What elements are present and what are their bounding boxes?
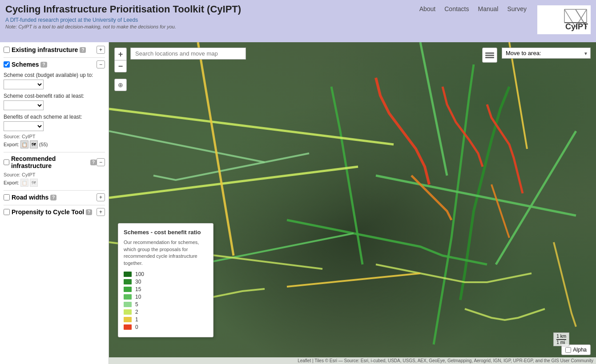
propensity-cycle-label: Propensity to Cycle Tool [12,208,84,216]
legend-color-swatch [124,272,132,277]
schemes-export-csv[interactable]: 📋 [20,140,28,148]
legend-value-label: 100 [135,271,144,277]
header: Cycling Infrastructure Prioritisation To… [0,0,596,42]
map-scale: 1 km 1 mi [553,332,569,346]
road-widths-help[interactable]: ? [50,195,56,200]
legend-item: 15 [124,286,208,292]
recommended-export-csv: 📋 [20,179,28,187]
zoom-out-button[interactable]: − [114,60,127,72]
schemes-source: Source: CyIPT [4,134,105,139]
legend-value-label: 5 [135,301,138,308]
app-note: Note: CyIPT is a tool to aid decision-ma… [5,24,241,29]
legend-color-swatch [124,309,132,315]
schemes-export-bar: Export: 📋 🗺 (55) [4,140,105,148]
alpha-checkbox[interactable] [565,347,571,353]
nav-survey[interactable]: Survey [507,5,527,12]
legend-color-swatch [124,317,132,322]
header-left: Cycling Infrastructure Prioritisation To… [5,4,241,29]
legend-item: 100 [124,271,208,277]
legend-popup: Schemes - cost benefit ratio Our recomme… [118,223,213,337]
legend-item: 0 [124,324,208,330]
search-bar [130,48,246,60]
schemes-export-geojson[interactable]: 🗺 [30,140,38,148]
recommended-infrastructure-help[interactable]: ? [90,160,97,165]
recommended-infrastructure-label: Recommended infrastructure [11,155,89,169]
propensity-cycle-checkbox[interactable] [4,209,10,215]
recommended-infrastructure-toggle[interactable]: − [97,158,105,166]
legend-value-label: 2 [135,309,138,315]
existing-infrastructure-label: Existing infrastructure [12,46,78,53]
recommended-export-label: Export: [4,180,19,185]
schemes-export-count: (55) [39,142,48,147]
locate-button[interactable]: ⊕ [114,79,127,91]
scale-mi: 1 mi [556,340,566,345]
zoom-controls: + − [114,48,127,72]
legend-color-swatch [124,287,132,292]
legend-color-swatch [124,294,132,300]
search-input[interactable] [130,48,246,60]
map-attribution: Leaflet | Tiles © Esri — Source: Esri, i… [109,357,596,364]
legend-value-label: 10 [135,294,141,300]
move-to-select[interactable]: Move to area: Leeds Manchester Birmingha… [502,48,591,59]
layers-button[interactable] [482,48,497,63]
road-widths-checkbox[interactable] [4,194,10,200]
schemes-export-label: Export: [4,142,19,147]
legend-value-label: 30 [135,279,141,285]
legend-description: Our recommendation for schemes, which gr… [124,239,208,267]
legend-color-swatch [124,324,132,330]
road-widths-label: Road widths [12,194,48,201]
svg-rect-9 [485,57,494,58]
scheme-benefits-select[interactable]: 1000 5000 [4,121,44,131]
road-widths-toggle[interactable]: + [97,193,105,201]
legend-title: Schemes - cost benefit ratio [124,229,208,236]
nav-about[interactable]: About [419,5,436,12]
zoom-in-button[interactable]: + [114,48,127,60]
scheme-cbr-select[interactable]: 1 2 5 [4,100,44,110]
schemes-help[interactable]: ? [40,62,47,68]
scheme-cost-label: Scheme cost (budget available) up to: [4,72,105,78]
divider-2 [4,152,105,152]
alpha-label: Alpha [573,347,587,353]
existing-infrastructure-toggle[interactable]: + [97,46,105,54]
recommended-export-geojson: 🗺 [30,179,38,187]
scheme-cost-select[interactable]: £100k £500k £1m [4,80,44,89]
schemes-checkbox[interactable] [4,61,10,68]
app-title: Cycling Infrastructure Prioritisation To… [5,4,241,15]
attribution-text: Leaflet | Tiles © Esri — Source: Esri, i… [298,358,593,363]
propensity-cycle-toggle[interactable]: + [97,208,105,216]
section-recommended-infrastructure: Recommended infrastructure ? − Source: C… [4,155,105,187]
header-nav: About Contacts Manual Survey [415,5,531,12]
propensity-cycle-help[interactable]: ? [86,209,92,215]
divider-3 [4,190,105,191]
recommended-source: Source: CyIPT [4,172,105,177]
legend-item: 30 [124,279,208,285]
section-existing-infrastructure: Existing infrastructure ? + [4,46,105,54]
legend-value-label: 1 [135,316,138,323]
legend-items: 1003015105210 [124,271,208,330]
header-logo: CyIPT [537,5,591,34]
map-container[interactable]: + − ⊕ Move to area: Leeds Manchester B [109,42,596,364]
legend-item: 1 [124,316,208,323]
scale-km: 1 km [556,334,566,340]
divider-4 [4,205,105,205]
main-layout: Existing infrastructure ? + Schemes ? − … [0,42,596,364]
existing-infrastructure-checkbox[interactable] [4,47,10,53]
existing-infrastructure-help[interactable]: ? [80,47,86,53]
nav-manual[interactable]: Manual [478,5,499,12]
nav-contacts[interactable]: Contacts [444,5,469,12]
layers-icon [485,51,494,60]
legend-color-swatch [124,302,132,307]
svg-rect-8 [485,55,494,56]
legend-item: 2 [124,309,208,315]
legend-item: 10 [124,294,208,300]
legend-color-swatch [124,279,132,284]
schemes-label: Schemes [12,61,39,68]
recommended-export-bar: Export: 📋 🗺 [4,179,105,187]
section-road-widths: Road widths ? + [4,193,105,201]
section-schemes: Schemes ? − Scheme cost (budget availabl… [4,60,105,148]
logo-text: CyIPT [565,22,588,32]
legend-value-label: 15 [135,286,141,292]
schemes-toggle[interactable]: − [97,60,105,68]
legend-item: 5 [124,301,208,308]
recommended-infrastructure-checkbox[interactable] [4,159,9,165]
